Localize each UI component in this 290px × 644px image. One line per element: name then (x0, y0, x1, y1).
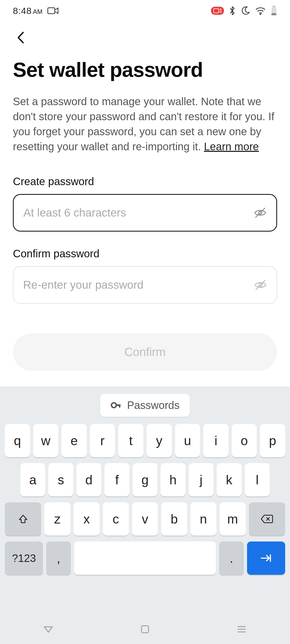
status-ampm: AM (33, 8, 42, 15)
key-shift[interactable] (5, 502, 41, 536)
moon-dnd-icon (241, 6, 250, 16)
key-u[interactable]: u (175, 424, 200, 457)
key-c[interactable]: c (103, 502, 129, 536)
svg-rect-5 (271, 13, 276, 15)
key-symbols[interactable]: ?123 (5, 541, 43, 575)
confirm-password-group: Confirm password (13, 248, 277, 304)
status-time-value: 8:48 (13, 6, 32, 16)
header (0, 21, 290, 51)
key-l[interactable]: l (245, 463, 270, 496)
page-title: Set wallet password (13, 59, 277, 80)
status-bar: 8:48AM (0, 0, 290, 21)
eye-off-icon (253, 205, 268, 220)
confirm-password-input-wrap[interactable] (13, 266, 277, 304)
wifi-icon (255, 7, 266, 15)
confirm-password-input[interactable] (23, 279, 247, 291)
key-h[interactable]: h (161, 463, 185, 496)
key-v[interactable]: v (132, 502, 158, 536)
create-password-input-wrap[interactable] (13, 194, 277, 232)
nav-recent-button[interactable] (234, 621, 250, 637)
nav-back-icon (43, 624, 54, 635)
backspace-icon (260, 514, 273, 524)
page-description: Set a password to manage your wallet. No… (13, 94, 277, 154)
system-nav-bar (0, 614, 290, 644)
nav-home-button[interactable] (137, 621, 153, 637)
svg-rect-1 (214, 9, 219, 13)
enter-next-icon (260, 553, 273, 563)
screen-record-icon (211, 7, 224, 15)
soft-keyboard: Passwords q w e r t y u i o p a s d f (0, 386, 290, 644)
confirm-button-label: Confirm (124, 345, 166, 359)
eye-off-icon (253, 277, 268, 292)
key-y[interactable]: y (147, 424, 172, 457)
key-x[interactable]: x (74, 502, 100, 536)
key-z[interactable]: z (44, 502, 70, 536)
key-s[interactable]: s (48, 463, 73, 496)
back-button[interactable] (13, 30, 29, 46)
key-k[interactable]: k (217, 463, 241, 496)
key-d[interactable]: d (77, 463, 101, 496)
confirm-button[interactable]: Confirm (13, 333, 277, 371)
passwords-suggestion-chip[interactable]: Passwords (100, 394, 190, 417)
key-b[interactable]: b (161, 502, 187, 536)
key-e[interactable]: e (61, 424, 87, 457)
confirm-password-label: Confirm password (13, 248, 277, 260)
svg-line-7 (255, 208, 265, 218)
key-g[interactable]: g (133, 463, 157, 496)
learn-more-link[interactable]: Learn more (204, 141, 259, 152)
keyboard-suggestion-bar: Passwords (0, 386, 290, 424)
keyboard-row-3: z x c v b n m (5, 502, 285, 536)
nav-recent-icon (236, 625, 247, 634)
main-content: Set wallet password Set a password to ma… (0, 51, 290, 371)
key-space[interactable] (74, 541, 216, 575)
key-f[interactable]: f (104, 463, 129, 496)
svg-point-10 (111, 403, 116, 408)
bluetooth-icon (229, 6, 236, 16)
passwords-suggestion-label: Passwords (127, 399, 180, 411)
key-r[interactable]: r (90, 424, 115, 457)
nav-home-icon (140, 624, 150, 634)
keyboard-row-1: q w e r t y u i o p (5, 424, 285, 457)
battery-icon (271, 6, 277, 16)
key-o[interactable]: o (232, 424, 257, 457)
shift-icon (18, 514, 28, 524)
create-password-group: Create password (13, 175, 277, 232)
toggle-visibility-confirm-button[interactable] (252, 277, 269, 293)
svg-rect-3 (273, 6, 275, 7)
nav-back-button[interactable] (40, 621, 56, 637)
svg-rect-0 (48, 8, 55, 14)
key-t[interactable]: t (118, 424, 143, 457)
create-password-label: Create password (13, 175, 277, 188)
key-a[interactable]: a (20, 463, 45, 496)
svg-rect-17 (142, 626, 148, 633)
status-left: 8:48AM (13, 6, 59, 16)
key-i[interactable]: i (203, 424, 229, 457)
svg-rect-12 (119, 404, 120, 408)
svg-point-2 (260, 14, 261, 14)
key-q[interactable]: q (5, 424, 30, 457)
key-n[interactable]: n (190, 502, 216, 536)
chevron-left-icon (16, 31, 26, 44)
keyboard-row-2: a s d f g h j k l (5, 463, 285, 496)
key-m[interactable]: m (220, 502, 246, 536)
key-icon (110, 400, 121, 411)
key-j[interactable]: j (189, 463, 213, 496)
keyboard-rows: q w e r t y u i o p a s d f g h j k (0, 424, 290, 575)
key-p[interactable]: p (260, 424, 285, 457)
status-right (211, 6, 277, 16)
key-enter[interactable] (247, 541, 285, 575)
key-comma[interactable]: , (46, 541, 71, 575)
status-time: 8:48AM (13, 6, 42, 16)
video-camera-icon (47, 7, 59, 15)
key-w[interactable]: w (33, 424, 59, 457)
svg-line-9 (256, 280, 265, 290)
toggle-visibility-create-button[interactable] (252, 205, 268, 221)
create-password-input[interactable] (23, 206, 247, 219)
keyboard-row-4: ?123 , . (5, 541, 285, 575)
key-backspace[interactable] (249, 502, 285, 536)
key-period[interactable]: . (219, 541, 244, 575)
